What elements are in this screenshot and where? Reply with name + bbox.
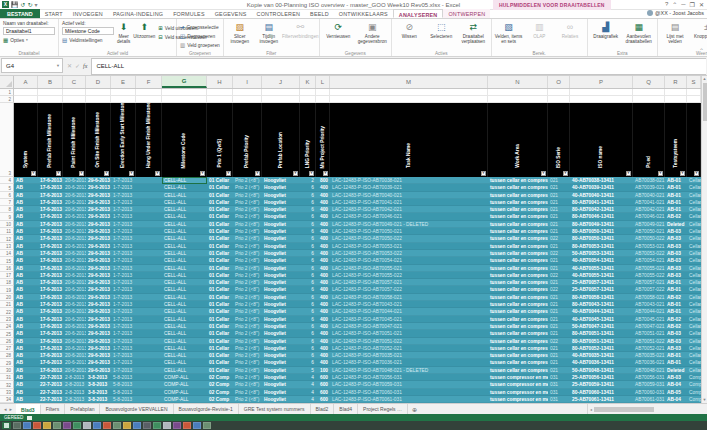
cell-I31[interactable]: Prio 2 (<8"): [233, 374, 262, 381]
cell-B5[interactable]: 17-6-2013: [38, 184, 63, 191]
cell-K5[interactable]: 6: [300, 184, 316, 191]
cell-F21[interactable]: [136, 301, 162, 308]
taskbar-icon-2[interactable]: [23, 422, 31, 429]
cell-H16[interactable]: 01 Cellar: [207, 265, 233, 272]
cell-F23[interactable]: [136, 316, 162, 323]
cell-J7[interactable]: Hoogvliet: [262, 199, 300, 206]
cell-D12[interactable]: 29-6-2013: [86, 235, 111, 242]
cell-I18[interactable]: Prio 2 (<8"): [233, 279, 262, 286]
cell-M24[interactable]: LAC-12483-P-ISO-AB70047-021: [330, 323, 488, 330]
cell-M27[interactable]: LAC-12483-P-ISO-AB70052-021: [330, 345, 488, 352]
taskbar-icon-17[interactable]: [173, 422, 181, 429]
field-header-paint-finish-milestone[interactable]: Paint Finish Milestone▾: [63, 103, 86, 177]
knoppen-button[interactable]: ±Knoppen +/-: [692, 21, 707, 40]
cell-O31[interactable]: 031: [548, 374, 570, 381]
cell-J19[interactable]: Hoogvliet: [262, 286, 300, 293]
cell-S33[interactable]: Compressor: [687, 389, 701, 396]
cell-E14[interactable]: 1-7-2013: [111, 250, 136, 257]
cell-G30[interactable]: CELL-ALL: [162, 367, 207, 374]
cell[interactable]: [262, 89, 300, 96]
qat-customize-icon[interactable]: ▾: [35, 1, 38, 9]
cell-L13[interactable]: 400: [316, 243, 330, 250]
cell-O11[interactable]: 021: [548, 228, 570, 235]
cell-H28[interactable]: 01 Cellar: [207, 352, 233, 359]
filter-dropdown-icon[interactable]: ▾: [658, 171, 663, 176]
draaitabel-verplaatsen-button[interactable]: ⇄Draaitabel verplaatsen: [459, 21, 488, 46]
tab-controleren[interactable]: CONTROLEREN: [252, 9, 306, 18]
cell-C5[interactable]: 20-6-2013: [63, 184, 86, 191]
cell-D32[interactable]: 3-8-2013: [86, 381, 111, 388]
filter-dropdown-icon[interactable]: ▾: [481, 171, 486, 176]
cell-F28[interactable]: [136, 352, 162, 359]
cell-P9[interactable]: 80-AB70046-13411: [570, 213, 633, 220]
save-icon[interactable]: 💾: [11, 1, 19, 9]
cell-K34[interactable]: 4: [300, 396, 316, 403]
cell-B14[interactable]: 17-6-2013: [38, 250, 63, 257]
cell-R16[interactable]: AB-03: [665, 265, 687, 272]
cell-H18[interactable]: 01 Cellar: [207, 279, 233, 286]
cell-L15[interactable]: 400: [316, 257, 330, 264]
cell-P7[interactable]: 80-AB70041-13411: [570, 199, 633, 206]
cell-J24[interactable]: Hoogvliet: [262, 323, 300, 330]
field-header-lng-priority[interactable]: LNG Priority▾: [300, 103, 316, 177]
cell-Q5[interactable]: AB70039-021: [633, 184, 665, 191]
cell-F10[interactable]: [136, 221, 162, 228]
cell-N16[interactable]: tussen cellar en compressor: [488, 265, 548, 272]
tab-beeld[interactable]: BEELD: [305, 9, 334, 18]
cell-M17[interactable]: LAC-12483-P-ISO-AB70055-022: [330, 272, 488, 279]
cell-C34[interactable]: 2-8-2013: [63, 396, 86, 403]
cell-Q10[interactable]: AB70049-021: [633, 221, 665, 228]
cell-K31[interactable]: 4: [300, 374, 316, 381]
select-all-corner[interactable]: [0, 76, 14, 88]
cell-I5[interactable]: Prio 2 (<8"): [233, 184, 262, 191]
cell-L12[interactable]: 400: [316, 235, 330, 242]
draaigrafiek-button[interactable]: ▟Draaigrafiek: [591, 21, 621, 40]
cell-H34[interactable]: 02 Comp: [207, 396, 233, 403]
cell-H7[interactable]: 01 Cellar: [207, 199, 233, 206]
cell-L7[interactable]: 400: [316, 199, 330, 206]
cell-L33[interactable]: 600: [316, 389, 330, 396]
cell-J20[interactable]: Hoogvliet: [262, 294, 300, 301]
cell-F6[interactable]: [136, 192, 162, 199]
cell-F7[interactable]: [136, 199, 162, 206]
cell-B25[interactable]: 17-6-2013: [38, 330, 63, 337]
cell-K24[interactable]: 6: [300, 323, 316, 330]
cell-J25[interactable]: Hoogvliet: [262, 330, 300, 337]
close-icon[interactable]: ✕: [699, 1, 704, 8]
cell-A9[interactable]: AB: [14, 213, 38, 220]
cell-Q21[interactable]: AB70043-021: [633, 301, 665, 308]
cell-J9[interactable]: Hoogvliet: [262, 213, 300, 220]
cell-I9[interactable]: Prio 2 (<8"): [233, 213, 262, 220]
cell-A16[interactable]: AB: [14, 265, 38, 272]
cell-M10[interactable]: LAC-12483-P-ISO-AB70049-021 - DELETED: [330, 221, 488, 228]
cell-K6[interactable]: 6: [300, 192, 316, 199]
cell-Q18[interactable]: AB70057-021: [633, 279, 665, 286]
cell-L14[interactable]: 400: [316, 250, 330, 257]
cell-O10[interactable]: 021: [548, 221, 570, 228]
cell[interactable]: [63, 89, 86, 96]
cell-F16[interactable]: [136, 265, 162, 272]
cell-D4[interactable]: 29-6-2013: [86, 177, 111, 184]
cell-N26[interactable]: tussen cellar en compressor: [488, 338, 548, 345]
cell-F15[interactable]: [136, 257, 162, 264]
cell-D30[interactable]: 29-6-2013: [86, 367, 111, 374]
cell-O4[interactable]: 021: [548, 177, 570, 184]
cell-E19[interactable]: 1-7-2013: [111, 286, 136, 293]
cell-L20[interactable]: 400: [316, 294, 330, 301]
sheet-tab-blad3[interactable]: Blad3: [16, 404, 41, 414]
cell-R10[interactable]: Deleted: [665, 221, 687, 228]
taskbar-icon-12[interactable]: [123, 422, 131, 429]
cell[interactable]: [162, 89, 207, 96]
cell-A5[interactable]: AB: [14, 184, 38, 191]
cell-K18[interactable]: 6: [300, 279, 316, 286]
cell-G9[interactable]: CELL-ALL: [162, 213, 207, 220]
cell-P15[interactable]: 40-AB70054-13411: [570, 257, 633, 264]
taskbar-icon-3[interactable]: [33, 422, 41, 429]
cell-A23[interactable]: AB: [14, 316, 38, 323]
cell-H30[interactable]: 01 Cellar: [207, 367, 233, 374]
cell-F32[interactable]: [136, 381, 162, 388]
cell-H32[interactable]: 02 Comp: [207, 381, 233, 388]
cell-R25[interactable]: AB-03: [665, 330, 687, 337]
cell-R7[interactable]: AB-01: [665, 199, 687, 206]
cell-A10[interactable]: AB: [14, 221, 38, 228]
